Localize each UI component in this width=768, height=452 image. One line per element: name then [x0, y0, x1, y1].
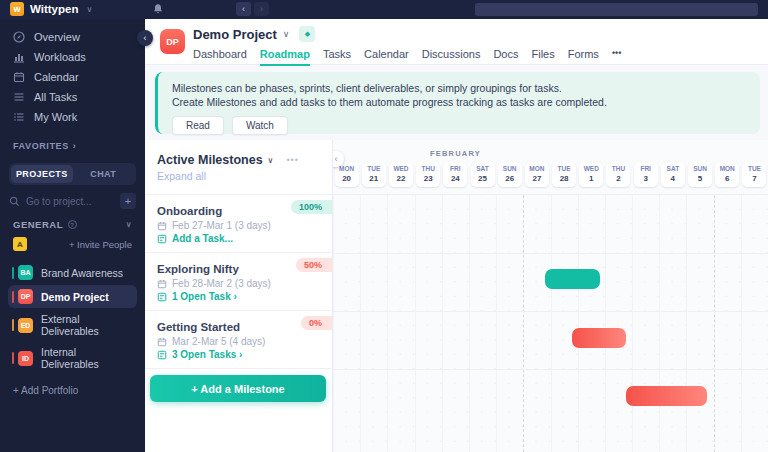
- project-tab[interactable]: Tasks: [323, 48, 351, 66]
- project-name: External Deliverables: [41, 313, 131, 337]
- page-title[interactable]: Demo Project: [193, 27, 277, 42]
- chevron-left-icon: ‹: [335, 154, 338, 164]
- project-tab[interactable]: Forms: [568, 48, 599, 66]
- grid-column: [333, 195, 360, 452]
- sidebar-item-all-tasks[interactable]: All Tasks: [0, 87, 145, 107]
- sidebar-item-label: Calendar: [34, 71, 79, 83]
- global-search-input[interactable]: [475, 3, 758, 16]
- invite-people-link[interactable]: + Invite People: [27, 239, 132, 250]
- search-icon: [9, 196, 20, 207]
- tab-chat[interactable]: CHAT: [73, 165, 135, 183]
- project-tab[interactable]: Files: [531, 48, 554, 66]
- sidebar-item-label: Overview: [34, 31, 80, 43]
- day-number: 20: [335, 174, 359, 183]
- add-task-link[interactable]: Add a Task...: [157, 233, 320, 244]
- sidebar-project-external-deliverables[interactable]: ED External Deliverables: [8, 309, 137, 341]
- grid-column: [387, 195, 414, 452]
- workspace-switcher[interactable]: w Wittypen ∨: [10, 2, 92, 16]
- history-forward-button[interactable]: ›: [254, 2, 269, 16]
- expand-all-link[interactable]: Expand all: [157, 170, 320, 182]
- sidebar-item-calendar[interactable]: Calendar: [0, 67, 145, 87]
- history-back-button[interactable]: ‹: [236, 2, 251, 16]
- watch-button[interactable]: Watch: [232, 116, 288, 135]
- project-tab[interactable]: Calendar: [364, 48, 409, 66]
- favorites-toggle[interactable]: FAVORITES ›: [0, 127, 145, 157]
- banner-line-1: Milestones can be phases, sprints, clien…: [172, 81, 746, 95]
- sidebar-item-overview[interactable]: Overview: [0, 27, 145, 47]
- project-tabs: Dashboard Roadmap Tasks Calendar Discuss…: [193, 48, 621, 66]
- milestone-row-getting-started[interactable]: Getting Started Mar 2-Mar 5 (4 days) 3 O…: [145, 311, 332, 369]
- day-card: FRI 3: [634, 162, 658, 187]
- day-cell: FRI 24: [442, 162, 469, 192]
- day-card: MON 6: [715, 162, 739, 187]
- project-avatar[interactable]: DP: [160, 29, 185, 54]
- day-card: FRI 24: [443, 162, 467, 187]
- chevron-left-icon: ‹: [144, 33, 147, 43]
- progress-badge: 50%: [296, 258, 332, 272]
- add-portfolio-link[interactable]: + Add Portfolio: [0, 375, 145, 406]
- add-milestone-button[interactable]: + Add a Milestone: [150, 375, 326, 402]
- day-number: 5: [688, 174, 712, 183]
- chevron-down-icon[interactable]: ∨: [283, 29, 290, 39]
- content-area: Milestones can be phases, sprints, clien…: [145, 65, 768, 452]
- project-tab[interactable]: Discussions: [422, 48, 481, 66]
- grid-column: [442, 195, 469, 452]
- ai-sparkle-button[interactable]: ◆: [299, 26, 315, 42]
- milestones-menu-button[interactable]: •••: [286, 155, 298, 165]
- grid-column: [523, 195, 550, 452]
- portfolio-general[interactable]: GENERAL ? ∨: [0, 209, 145, 232]
- sidebar-item-label: All Tasks: [34, 91, 77, 103]
- day-number: 26: [498, 174, 522, 183]
- sidebar-project-internal-deliverables[interactable]: ID Internal Deliverables: [8, 342, 137, 374]
- sidebar-item-workloads[interactable]: Workloads: [0, 47, 145, 67]
- tab-projects[interactable]: PROJECTS: [11, 165, 73, 183]
- day-abbr: WED: [389, 165, 413, 172]
- day-cell: THU 23: [415, 162, 442, 192]
- task-icon: [157, 292, 167, 302]
- roadmap-view: Active Milestones ∨ ••• Expand all Onboa…: [145, 140, 768, 452]
- project-badge: ED: [18, 318, 33, 333]
- project-color-strip: [12, 291, 14, 303]
- day-card: SUN 26: [498, 162, 522, 187]
- sidebar-collapse-button[interactable]: ‹: [137, 30, 153, 46]
- grid-column: [632, 195, 659, 452]
- day-card: TUE 21: [362, 162, 386, 187]
- day-cell: THU 2: [605, 162, 632, 192]
- day-card: WED 1: [579, 162, 603, 187]
- go-to-project-input[interactable]: [26, 196, 114, 207]
- project-name: Brand Awareness: [41, 267, 123, 279]
- day-cell: SUN 26: [496, 162, 523, 192]
- milestone-name: Getting Started: [157, 321, 320, 333]
- project-tab[interactable]: Roadmap: [260, 48, 310, 66]
- notifications-bell-icon[interactable]: [152, 3, 164, 15]
- calendar-icon: [157, 221, 167, 231]
- milestone-bar-exploring-nifty[interactable]: [572, 328, 626, 348]
- open-tasks-link[interactable]: 1 Open Task ›: [157, 291, 320, 302]
- day-number: 3: [634, 174, 658, 183]
- calendar-icon: [157, 279, 167, 289]
- milestone-row-onboarding[interactable]: Onboarding Feb 27-Mar 1 (3 days) Add a T…: [145, 195, 332, 253]
- member-avatar[interactable]: A: [13, 237, 27, 251]
- workspace-name: Wittypen: [30, 3, 78, 15]
- open-tasks-link[interactable]: 3 Open Tasks ›: [157, 349, 320, 360]
- project-badge: ID: [18, 351, 33, 366]
- sidebar-item-my-work[interactable]: My Work: [0, 107, 145, 127]
- day-card: TUE 28: [552, 162, 576, 187]
- timeline-header: ‹ FEBRUARY MON 20: [333, 140, 768, 195]
- sparkle-icon: ◆: [305, 30, 310, 38]
- milestone-bar-onboarding[interactable]: [545, 269, 600, 289]
- milestone-row-exploring-nifty[interactable]: Exploring Nifty Feb 28-Mar 2 (3 days) 1 …: [145, 253, 332, 311]
- sidebar-project-brand-awareness[interactable]: BA Brand Awareness: [8, 261, 137, 284]
- project-color-strip: [12, 352, 14, 364]
- day-card: THU 23: [416, 162, 440, 187]
- help-icon: ?: [68, 220, 77, 229]
- read-button[interactable]: Read: [172, 116, 224, 135]
- project-badge: BA: [18, 265, 33, 280]
- project-tab[interactable]: Dashboard: [193, 48, 247, 66]
- project-tab[interactable]: Docs: [493, 48, 518, 66]
- add-project-button[interactable]: +: [120, 193, 136, 209]
- milestones-group-title[interactable]: Active Milestones: [157, 153, 263, 167]
- milestone-bar-getting-started[interactable]: [626, 386, 707, 406]
- sidebar-project-demo-project[interactable]: DP Demo Project: [8, 285, 137, 308]
- tabs-overflow-button[interactable]: •••: [612, 48, 621, 66]
